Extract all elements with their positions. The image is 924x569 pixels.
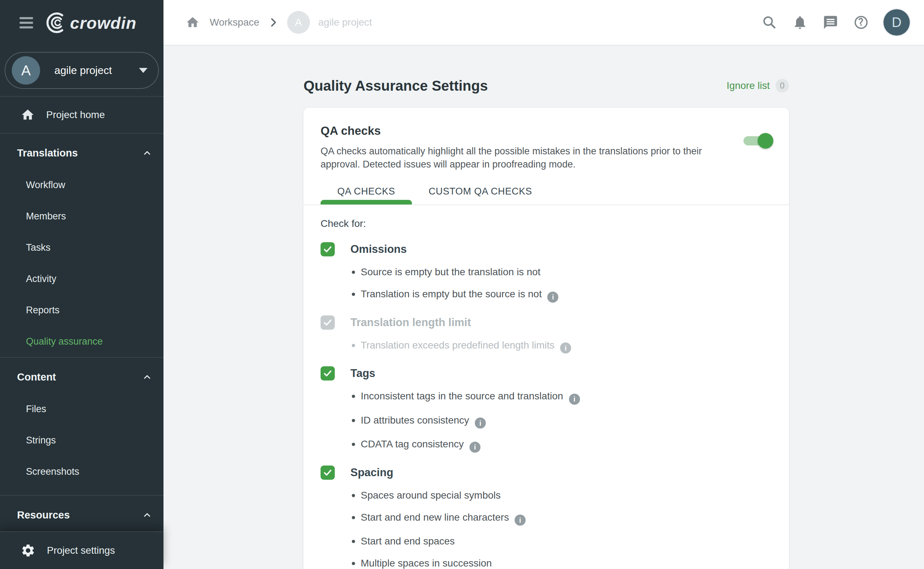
sidebar-item-label: Project home <box>46 109 105 120</box>
qa-group-translation-length-limit: Translation length limit Translation exc… <box>320 315 772 354</box>
home-icon <box>21 108 35 122</box>
sidebar-item-members[interactable]: Members <box>0 201 164 232</box>
qa-rule: Spaces around special symbols <box>320 489 772 502</box>
section-title: Resources <box>17 509 70 521</box>
qa-rule-text: Translation is empty but the source is n… <box>361 288 542 300</box>
crowdin-logo[interactable]: crowdin <box>44 11 137 35</box>
sidebar-item-strings[interactable]: Strings <box>0 424 164 456</box>
ignore-list-count-badge: 0 <box>775 79 789 93</box>
help-icon[interactable] <box>853 14 869 30</box>
qa-group-omissions: Omissions Source is empty but the transl… <box>320 242 772 303</box>
sidebar-item-project-settings[interactable]: Project settings <box>0 531 164 569</box>
sidebar-section-translations[interactable]: Translations <box>0 137 164 169</box>
main-content: Quality Assurance Settings Ignore list 0… <box>164 46 924 569</box>
sidebar-item-workflow[interactable]: Workflow <box>0 169 164 201</box>
qa-rule: Translation is empty but the source is n… <box>320 288 772 303</box>
check-icon <box>323 468 333 478</box>
sidebar-section-content[interactable]: Content <box>0 361 164 393</box>
tab-qa-checks[interactable]: QA CHECKS <box>320 178 412 204</box>
qa-rule: Start and end new line charactersi <box>320 511 772 526</box>
gear-icon <box>21 543 35 558</box>
info-icon[interactable]: i <box>560 342 571 353</box>
checkbox-tags[interactable] <box>320 366 335 380</box>
qa-checks-description: QA checks automatically highlight all th… <box>320 145 740 171</box>
group-title: Translation length limit <box>350 316 471 329</box>
info-icon[interactable]: i <box>547 292 558 303</box>
qa-group-spacing: Spacing Spaces around special symbols St… <box>320 466 772 569</box>
project-switcher[interactable]: A agile project <box>5 52 159 89</box>
messages-chat-icon[interactable] <box>822 14 839 30</box>
notifications-bell-icon[interactable] <box>792 14 808 30</box>
ignore-list-button[interactable]: Ignore list 0 <box>727 79 789 93</box>
divider <box>0 495 164 496</box>
tab-custom-qa-checks[interactable]: CUSTOM QA CHECKS <box>412 178 549 204</box>
crowdin-logo-mark <box>44 11 67 35</box>
info-icon[interactable]: i <box>469 442 481 453</box>
qa-rule-text: Source is empty but the translation is n… <box>361 266 540 277</box>
check-icon <box>323 318 333 327</box>
breadcrumb-project-avatar: A <box>287 11 310 34</box>
qa-checks-heading: QA checks <box>320 124 772 138</box>
qa-rule-text: Spaces around special symbols <box>361 490 501 501</box>
breadcrumb: Workspace A agile project <box>185 11 372 34</box>
qa-rule: Start and end spaces <box>320 535 772 548</box>
checkbox-translation-length-limit[interactable] <box>320 315 335 330</box>
qa-rule: Translation exceeds predefined length li… <box>320 339 772 354</box>
breadcrumb-workspace[interactable]: Workspace <box>210 17 259 28</box>
divider <box>0 133 164 134</box>
group-title: Spacing <box>350 466 393 479</box>
qa-rule: Multiple spaces in succession <box>320 557 772 569</box>
sidebar-item-files[interactable]: Files <box>0 393 164 424</box>
sidebar-item-tasks[interactable]: Tasks <box>0 232 164 263</box>
project-avatar: A <box>12 56 40 85</box>
project-name: agile project <box>55 64 112 76</box>
user-avatar[interactable]: D <box>883 9 910 35</box>
qa-checks-toggle[interactable] <box>743 136 771 146</box>
group-title: Tags <box>350 367 375 380</box>
sidebar-logo-row: crowdin <box>0 0 164 46</box>
breadcrumb-project[interactable]: agile project <box>319 17 372 28</box>
sidebar-item-label: Project settings <box>47 545 115 556</box>
sidebar-item-screenshots[interactable]: Screenshots <box>0 456 164 487</box>
checkbox-spacing[interactable] <box>320 466 335 480</box>
qa-settings-card: QA checks QA checks automatically highli… <box>303 108 789 569</box>
qa-rule-text: Translation exceeds predefined length li… <box>361 339 554 351</box>
sidebar: crowdin A agile project Project home Tra… <box>0 0 164 569</box>
qa-rule-text: CDATA tag consistency <box>361 438 464 449</box>
section-title: Translations <box>17 147 78 159</box>
qa-rule-text: Inconsistent tags in the source and tran… <box>361 391 563 402</box>
chevron-right-icon <box>267 16 279 29</box>
toggle-knob <box>758 133 773 149</box>
checkbox-omissions[interactable] <box>320 242 335 256</box>
check-for-label: Check for: <box>320 218 772 230</box>
qa-rule-text: ID attributes consistency <box>361 415 469 426</box>
topbar-actions: D <box>761 9 910 35</box>
qa-rule: Source is empty but the translation is n… <box>320 266 772 278</box>
topbar: Workspace A agile project <box>164 0 924 46</box>
info-icon[interactable]: i <box>475 417 486 429</box>
info-icon[interactable]: i <box>569 394 580 405</box>
sidebar-bottom: Resources Project settings <box>0 495 164 569</box>
chevron-up-icon <box>142 148 152 158</box>
hamburger-menu-icon[interactable] <box>20 15 33 31</box>
home-icon[interactable] <box>185 15 200 29</box>
qa-rule: CDATA tag consistencyi <box>320 438 772 453</box>
ignore-list-label: Ignore list <box>727 80 770 91</box>
section-title: Content <box>17 371 56 383</box>
chevron-up-icon <box>142 372 152 382</box>
chevron-down-icon <box>139 68 147 73</box>
sidebar-section-resources[interactable]: Resources <box>0 499 164 531</box>
chevron-up-icon <box>142 510 152 520</box>
sidebar-item-reports[interactable]: Reports <box>0 294 164 326</box>
qa-tabs: QA CHECKS CUSTOM QA CHECKS <box>320 178 772 204</box>
group-title: Omissions <box>350 243 407 256</box>
qa-rule-text: Multiple spaces in succession <box>361 558 492 569</box>
qa-group-tags: Tags Inconsistent tags in the source and… <box>320 366 772 453</box>
search-icon[interactable] <box>761 14 778 30</box>
qa-rule: Inconsistent tags in the source and tran… <box>320 390 772 405</box>
sidebar-item-activity[interactable]: Activity <box>0 263 164 294</box>
qa-rule-text: Start and end spaces <box>361 536 455 546</box>
sidebar-item-quality-assurance[interactable]: Quality assurance <box>0 326 164 357</box>
info-icon[interactable]: i <box>514 514 526 526</box>
sidebar-item-project-home[interactable]: Project home <box>0 97 164 133</box>
